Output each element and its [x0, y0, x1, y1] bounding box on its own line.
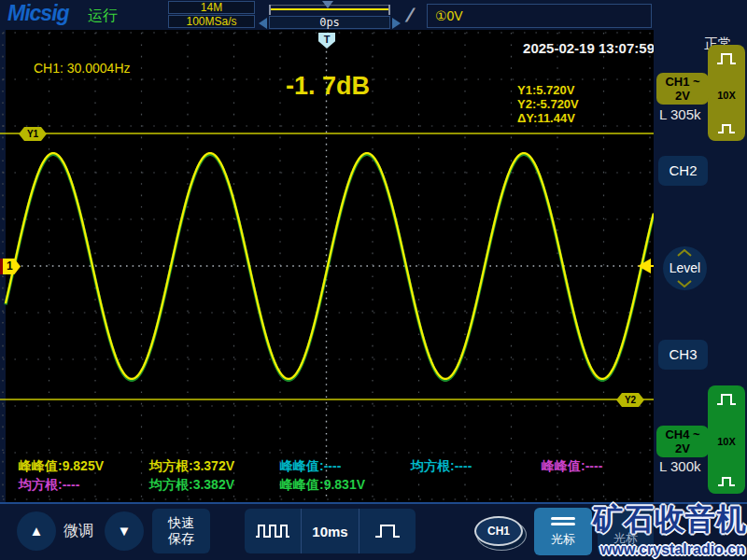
memory-depth[interactable]: 14M — [168, 1, 255, 14]
measurement-ch3-rms: 均方根:---- — [19, 477, 79, 494]
bottom-toolbar: ▲ 微调 ▼ 快速 保存 10ms CH1 光标 光标 矿石收音机 www.cr… — [0, 502, 747, 560]
oscilloscope-screen: Micsig 运行 14M 100MSa/s 0ps / ①0V 2025-02… — [0, 0, 747, 560]
ch4-probe-ratio: 10X — [717, 436, 736, 447]
ch4-label: CH4 ~ — [656, 427, 709, 441]
pulse-up-icon — [715, 50, 738, 67]
waveform-display[interactable]: 2025-02-19 13:07:59 CH1: 30.0004Hz -1. 7… — [0, 30, 654, 502]
time-offset[interactable]: 0ps — [269, 16, 390, 29]
sample-rate[interactable]: 100MSa/s — [168, 15, 255, 28]
timestamp: 2025-02-19 13:07:59 — [491, 40, 655, 56]
pulse-down-icon — [717, 475, 736, 488]
timebase-value[interactable]: 10ms — [301, 509, 358, 553]
quick-save-button[interactable]: 快速 保存 — [152, 509, 210, 553]
pan-left-arrow-icon[interactable] — [259, 18, 267, 29]
cursor-y2-tag[interactable]: Y2 — [616, 393, 644, 407]
memory-position-icon — [322, 1, 333, 8]
ch1-probe-panel[interactable]: 10X — [708, 45, 745, 141]
timebase-group: 10ms — [245, 509, 416, 553]
cursor-readout: Y1:5.720V Y2:-5.720V ΔY:11.44V — [517, 83, 579, 125]
chevron-up-icon — [676, 249, 693, 257]
pan-right-arrow-icon[interactable] — [392, 18, 401, 29]
measurement-ch2-rms: 均方根:---- — [411, 458, 472, 475]
trigger-level-readout[interactable]: ①0V — [427, 4, 652, 28]
pulse-up-icon — [715, 391, 738, 408]
ch4-probe-panel[interactable]: 10X — [708, 385, 745, 494]
fine-tune-label: 微调 — [63, 522, 93, 541]
zoom-out-pulses-button[interactable] — [245, 509, 301, 553]
quick-save-line1: 快速 — [152, 515, 210, 531]
cursor-y1-tag[interactable]: Y1 — [19, 127, 47, 141]
frequency-readout: CH1: 30.0004Hz — [34, 61, 131, 76]
chevron-down-icon — [676, 280, 693, 287]
measurement-ch4-vpp: 峰峰值:9.831V — [280, 477, 365, 494]
ch1-channel-button[interactable]: CH1 ~ 2V — [656, 73, 709, 105]
cursor-button-label: 光标 — [534, 531, 592, 548]
ch4-channel-button[interactable]: CH4 ~ 2V — [656, 426, 709, 457]
ch1-label: CH1 ~ — [656, 75, 709, 89]
measurement-ch1-rms: 均方根:3.372V — [149, 458, 234, 475]
measurement-ch4-rms: 均方根:3.382V — [149, 477, 234, 494]
ch2-channel-button[interactable]: CH2 — [658, 156, 708, 186]
ch1-probe-ratio: 10X — [717, 90, 736, 101]
active-channel-chip[interactable]: CH1 — [474, 516, 523, 546]
cursor-y1-value: Y1:5.720V — [517, 83, 579, 97]
ch1-record-length: L 305k — [659, 106, 700, 122]
right-sidebar: 正常 10X CH1 ~ 2V L 305k CH2 Level CH3 CH4… — [654, 30, 747, 502]
ch4-record-length: L 300k — [659, 458, 700, 474]
ch4-scale: 2V — [656, 441, 709, 455]
measurement-ch2-vpp: 峰峰值:---- — [280, 458, 341, 475]
cursor-button[interactable]: 光标 — [534, 508, 592, 555]
level-label: Level — [669, 260, 700, 275]
brand-logo: Micsig — [7, 1, 69, 26]
watermark-url: www.crystalradio.cn — [600, 541, 745, 558]
top-bar: Micsig 运行 14M 100MSa/s 0ps / ①0V — [0, 0, 747, 30]
ch3-channel-button[interactable]: CH3 — [658, 340, 708, 370]
fine-down-button[interactable]: ▼ — [105, 511, 144, 551]
zoom-in-pulse-button[interactable] — [359, 509, 416, 553]
run-state[interactable]: 运行 — [88, 7, 118, 26]
db-readout: -1. 7dB — [286, 72, 370, 101]
cursor-y2-value: Y2:-5.720V — [517, 97, 579, 111]
ch1-scale: 2V — [656, 89, 709, 103]
quick-save-line2: 保存 — [152, 531, 210, 547]
measurement-ch3-vpp: 峰峰值:---- — [542, 458, 602, 475]
multi-pulse-icon — [254, 521, 291, 541]
fine-up-button[interactable]: ▲ — [17, 511, 56, 551]
level-knob[interactable]: Level — [663, 246, 707, 290]
single-pulse-icon — [374, 521, 402, 541]
pulse-down-icon — [717, 122, 736, 135]
cursor-lines-icon — [551, 514, 575, 528]
watermark-title: 矿石收音机 — [593, 499, 747, 540]
trigger-slope-icon[interactable]: / — [405, 5, 415, 26]
measurement-ch1-vpp: 峰峰值:9.825V — [19, 458, 104, 475]
cursor-dy-value: ΔY:11.44V — [517, 111, 579, 125]
